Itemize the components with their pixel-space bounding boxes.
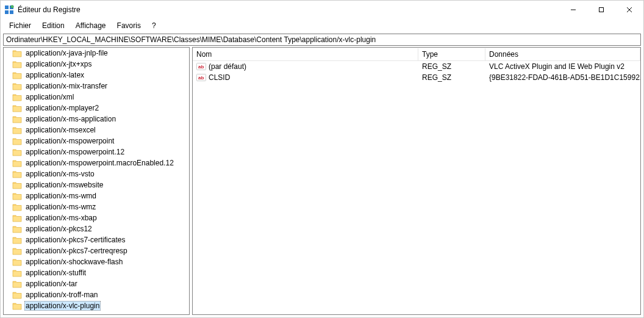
close-button[interactable]: [615, 1, 643, 19]
registry-editor-icon: [4, 5, 14, 15]
tree-item-label: application/x-mix-transfer: [24, 82, 109, 90]
tree-item-label: application/x-troff-man: [24, 291, 99, 299]
tree-item[interactable]: application/x-jtx+xps: [4, 59, 189, 70]
tree-item[interactable]: application/xml: [4, 92, 189, 103]
menu-view[interactable]: Affichage: [71, 20, 111, 31]
tree-item-label: application/x-pkcs12: [24, 225, 93, 233]
menu-help[interactable]: ?: [147, 20, 161, 31]
list-row[interactable]: CLSIDREG_SZ{9BE31822-FDAD-461B-AD51-BE1D…: [193, 72, 640, 83]
tree-item[interactable]: application/x-stuffit: [4, 267, 189, 278]
folder-icon: [12, 203, 22, 211]
value-type: REG_SZ: [418, 62, 485, 71]
folder-icon: [12, 60, 22, 68]
tree-item[interactable]: application/x-ms-xbap: [4, 212, 189, 223]
svg-rect-3: [10, 10, 13, 14]
minimize-button[interactable]: [559, 1, 587, 19]
column-header-type[interactable]: Type: [418, 48, 485, 60]
tree-item-label: application/x-mspowerpoint: [24, 137, 115, 145]
tree-item[interactable]: application/x-vlc-plugin: [4, 300, 189, 311]
folder-icon: [12, 280, 22, 288]
list-pane[interactable]: Nom Type Données (par défaut)REG_SZVLC A…: [192, 47, 641, 315]
column-header-data[interactable]: Données: [485, 48, 640, 60]
string-value-icon: [196, 62, 206, 71]
tree-item-label: application/x-ms-wmz: [24, 203, 97, 211]
list-body: (par défaut)REG_SZVLC ActiveX Plugin and…: [193, 61, 640, 314]
folder-icon: [12, 181, 22, 189]
menu-favorites[interactable]: Favoris: [112, 20, 146, 31]
svg-point-4: [11, 5, 14, 9]
tree-item-label: application/x-mswebsite: [24, 181, 104, 189]
folder-icon: [12, 137, 22, 145]
svg-rect-6: [599, 8, 604, 12]
address-bar[interactable]: Ordinateur\HKEY_LOCAL_MACHINE\SOFTWARE\C…: [3, 34, 641, 46]
tree-item[interactable]: application/x-pkcs7-certificates: [4, 234, 189, 245]
tree-item-label: application/x-vlc-plugin: [24, 301, 101, 311]
menu-file[interactable]: Fichier: [4, 20, 36, 31]
column-header-name[interactable]: Nom: [193, 48, 418, 60]
main-area: application/x-java-jnlp-fileapplication/…: [3, 47, 641, 315]
value-name: (par défaut): [209, 62, 246, 71]
tree-item-label: application/x-ms-wmd: [24, 192, 98, 200]
value-name: CLSID: [209, 73, 230, 82]
tree-item-label: application/x-jtx+xps: [24, 60, 93, 68]
tree-item[interactable]: application/x-ms-application: [4, 114, 189, 125]
tree-item[interactable]: application/x-mswebsite: [4, 179, 189, 190]
tree-item-label: application/x-latex: [24, 71, 85, 79]
tree-item-label: application/x-ms-xbap: [24, 214, 98, 222]
tree-item-label: application/x-msexcel: [24, 126, 97, 134]
tree-item[interactable]: application/x-shockwave-flash: [4, 256, 189, 267]
tree-item-label: application/x-tar: [24, 280, 79, 288]
value-type: REG_SZ: [418, 73, 485, 82]
folder-icon: [12, 192, 22, 200]
window-title: Éditeur du Registre: [18, 5, 559, 14]
tree-item-label: application/x-pkcs7-certreqresp: [24, 247, 129, 255]
tree-item-label: application/x-java-jnlp-file: [24, 49, 109, 57]
folder-icon: [12, 148, 22, 156]
menu-edit[interactable]: Edition: [37, 20, 70, 31]
folder-icon: [12, 225, 22, 233]
tree-pane[interactable]: application/x-java-jnlp-fileapplication/…: [3, 47, 190, 315]
folder-icon: [12, 82, 22, 90]
tree-item[interactable]: application/x-latex: [4, 70, 189, 81]
folder-icon: [12, 269, 22, 277]
folder-icon: [12, 104, 22, 112]
tree-item[interactable]: application/x-mspowerpoint.macroEnabled.…: [4, 157, 189, 168]
menubar: Fichier Edition Affichage Favoris ?: [1, 19, 643, 34]
tree-item[interactable]: application/x-mspowerpoint: [4, 136, 189, 146]
tree-item[interactable]: application/x-pkcs12: [4, 223, 189, 234]
tree-item-label: application/x-mspowerpoint.12: [24, 148, 126, 156]
value-data: {9BE31822-FDAD-461B-AD51-BE1D1C159921}: [485, 73, 640, 82]
tree-item[interactable]: application/x-ms-wmd: [4, 190, 189, 201]
folder-icon: [12, 236, 22, 244]
folder-icon: [12, 49, 22, 57]
folder-icon: [12, 115, 22, 123]
folder-icon: [12, 71, 22, 79]
tree-item-label: application/x-mplayer2: [24, 104, 100, 112]
tree-item[interactable]: application/x-mix-transfer: [4, 81, 189, 92]
folder-icon: [12, 214, 22, 222]
tree-item[interactable]: application/x-tar: [4, 278, 189, 289]
folder-icon: [12, 93, 22, 101]
tree-item[interactable]: application/x-ms-wmz: [4, 201, 189, 212]
tree-item[interactable]: application/x-mplayer2: [4, 103, 189, 114]
list-row[interactable]: (par défaut)REG_SZVLC ActiveX Plugin and…: [193, 61, 640, 72]
value-data: VLC ActiveX Plugin and IE Web Plugin v2: [485, 62, 640, 71]
folder-icon: [12, 159, 22, 167]
list-header: Nom Type Données: [193, 48, 640, 61]
string-value-icon: [196, 73, 206, 82]
folder-icon: [12, 170, 22, 178]
tree-item[interactable]: application/x-java-jnlp-file: [4, 48, 189, 59]
maximize-button[interactable]: [587, 1, 615, 19]
tree-item-label: application/xml: [24, 93, 75, 101]
tree-item[interactable]: application/x-mspowerpoint.12: [4, 146, 189, 157]
tree-item[interactable]: application/x-pkcs7-certreqresp: [4, 245, 189, 256]
folder-icon: [12, 258, 22, 266]
folder-icon: [12, 126, 22, 134]
folder-icon: [12, 291, 22, 299]
svg-rect-2: [5, 10, 9, 14]
tree-item[interactable]: application/x-msexcel: [4, 125, 189, 136]
tree-item[interactable]: application/x-troff-man: [4, 289, 189, 300]
tree-item-label: application/x-mspowerpoint.macroEnabled.…: [24, 159, 175, 167]
tree-item[interactable]: application/x-ms-vsto: [4, 168, 189, 179]
titlebar: Éditeur du Registre: [1, 1, 643, 19]
